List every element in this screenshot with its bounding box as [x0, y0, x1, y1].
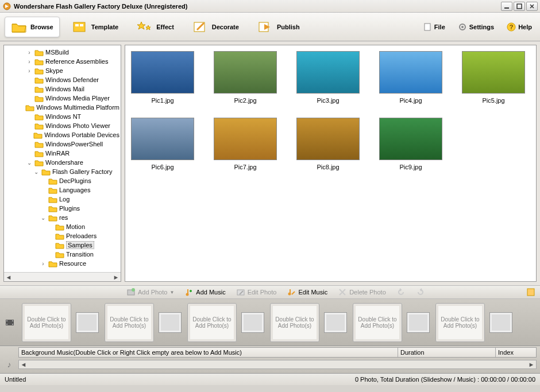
- folder-icon: [34, 76, 44, 84]
- gear-icon: [458, 22, 467, 32]
- scroll-left-icon[interactable]: ◄: [4, 274, 13, 281]
- help-menu[interactable]: ? Help: [503, 21, 535, 33]
- expand-button[interactable]: [526, 288, 535, 297]
- tree-node[interactable]: Windows Defender: [5, 75, 119, 84]
- tree-node[interactable]: ⌄Flash Gallery Factory: [5, 167, 119, 176]
- tree-node[interactable]: ›Resource: [5, 259, 119, 268]
- edit-photo-button[interactable]: Edit Photo: [236, 288, 277, 297]
- edit-music-button[interactable]: Edit Music: [287, 288, 327, 297]
- folder-icon: [34, 95, 44, 102]
- minimize-button[interactable]: [501, 2, 512, 11]
- timeline-slot[interactable]: Double Click to Add Photo(s): [105, 303, 154, 342]
- tree-node[interactable]: Log: [5, 195, 119, 204]
- effect-tab[interactable]: Effect: [130, 17, 180, 37]
- tree-node[interactable]: WinRAR: [5, 149, 119, 158]
- thumbnail[interactable]: Pic7.jpg: [214, 118, 277, 170]
- tree-node[interactable]: ›Reference Assemblies: [5, 57, 119, 66]
- chevron-right-icon[interactable]: ›: [26, 49, 33, 56]
- tree-node[interactable]: WindowsPowerShell: [5, 139, 119, 149]
- rotate-left-button[interactable]: [396, 288, 406, 297]
- scroll-right-icon[interactable]: ►: [527, 361, 536, 368]
- tree-node-label: Windows Photo Viewer: [45, 122, 110, 129]
- thumbnail-image: [214, 118, 277, 160]
- chevron-right-icon[interactable]: ›: [26, 59, 33, 65]
- file-icon: [423, 22, 432, 32]
- browse-tab[interactable]: Browse: [5, 17, 60, 37]
- template-icon: [72, 21, 88, 33]
- folder-tree-panel: ›MSBuild›Reference Assemblies›SkypeWindo…: [3, 45, 121, 282]
- timeline-slot[interactable]: Double Click to Add Photo(s): [270, 303, 319, 342]
- svg-rect-5: [80, 24, 83, 26]
- file-menu[interactable]: File: [419, 21, 449, 33]
- timeline-slot[interactable]: Double Click to Add Photo(s): [187, 303, 237, 342]
- transition-slot[interactable]: [76, 312, 99, 333]
- timeline-slot[interactable]: Double Click to Add Photo(s): [435, 303, 485, 342]
- scroll-left-icon[interactable]: ◄: [19, 361, 28, 368]
- music-hscroll[interactable]: ◄ ►: [18, 360, 537, 369]
- tree-node[interactable]: Samples: [5, 240, 119, 250]
- timeline-slot[interactable]: Double Click to Add Photo(s): [353, 303, 402, 342]
- thumbnail[interactable]: Pic9.jpg: [379, 118, 442, 170]
- tree-node[interactable]: Plugins: [5, 204, 119, 213]
- tree-node[interactable]: Windows Multimedia Platform: [5, 103, 119, 112]
- svg-rect-22: [6, 320, 7, 321]
- folder-icon: [25, 104, 34, 111]
- thumbnail[interactable]: Pic8.jpg: [296, 118, 360, 170]
- chevron-right-icon[interactable]: ›: [40, 261, 47, 267]
- thumbnail[interactable]: Pic4.jpg: [379, 51, 442, 104]
- add-photo-button[interactable]: Add Photo ▼: [126, 288, 174, 297]
- effect-label: Effect: [156, 24, 174, 30]
- rotate-right-icon: [416, 288, 425, 297]
- decorate-icon: [192, 21, 209, 33]
- tree-node-label: Motion: [66, 223, 85, 230]
- decorate-tab[interactable]: Decorate: [186, 17, 245, 37]
- folder-tree[interactable]: ›MSBuild›Reference Assemblies›SkypeWindo…: [4, 45, 121, 272]
- tree-node[interactable]: ›Skype: [5, 66, 119, 75]
- music-header: Background Music(Double Click or Right C…: [18, 347, 537, 358]
- settings-menu[interactable]: Settings: [454, 21, 497, 33]
- rotate-right-button[interactable]: [416, 288, 425, 297]
- publish-tab[interactable]: Publish: [251, 17, 306, 37]
- tree-node[interactable]: Transition: [5, 250, 119, 259]
- tree-node-label: Skype: [45, 67, 63, 74]
- template-tab[interactable]: Template: [65, 17, 125, 37]
- thumbnail[interactable]: Pic2.jpg: [214, 51, 277, 104]
- tree-node[interactable]: Windows Mail: [5, 84, 119, 94]
- transition-slot[interactable]: [241, 312, 264, 333]
- chevron-down-icon[interactable]: ⌄: [26, 160, 33, 166]
- chevron-down-icon[interactable]: ⌄: [40, 215, 47, 221]
- add-music-button[interactable]: Add Music: [184, 288, 225, 297]
- tree-node[interactable]: DecPlugins: [5, 176, 119, 185]
- transition-slot[interactable]: [489, 312, 512, 333]
- close-button[interactable]: [526, 2, 538, 11]
- tree-node[interactable]: ⌄res: [5, 213, 119, 222]
- tree-node[interactable]: ⌄Wondershare: [5, 158, 119, 167]
- timeline-slot[interactable]: Double Click to Add Photo(s): [22, 303, 71, 342]
- tree-node[interactable]: Windows Media Player: [5, 94, 119, 103]
- tree-node[interactable]: Motion: [5, 222, 119, 231]
- maximize-button[interactable]: [514, 2, 525, 11]
- thumbnail[interactable]: Pic6.jpg: [131, 118, 194, 170]
- dropdown-icon: ▼: [169, 290, 174, 295]
- thumbnail[interactable]: Pic5.jpg: [462, 51, 525, 104]
- chevron-right-icon[interactable]: ›: [26, 68, 33, 74]
- transition-slot[interactable]: [407, 312, 430, 333]
- scroll-right-icon[interactable]: ►: [111, 274, 121, 281]
- tree-node[interactable]: Preloaders: [5, 231, 119, 240]
- tree-node[interactable]: Windows Photo Viewer: [5, 121, 119, 130]
- tree-node-label: Plugins: [59, 205, 80, 212]
- delete-photo-button[interactable]: Delete Photo: [338, 288, 386, 297]
- thumbnail-image: [296, 51, 360, 94]
- folder-icon: [34, 141, 44, 148]
- chevron-down-icon[interactable]: ⌄: [33, 169, 40, 175]
- tree-hscroll[interactable]: ◄ ►: [4, 272, 121, 281]
- tree-node[interactable]: ›MSBuild: [5, 48, 119, 57]
- svg-point-16: [132, 288, 135, 292]
- tree-node[interactable]: Windows NT: [5, 112, 119, 121]
- transition-slot[interactable]: [159, 312, 182, 333]
- tree-node[interactable]: Windows Portable Devices: [5, 130, 119, 139]
- tree-node[interactable]: Languages: [5, 185, 119, 195]
- thumbnail[interactable]: Pic3.jpg: [296, 51, 360, 104]
- transition-slot[interactable]: [324, 312, 347, 333]
- thumbnail[interactable]: Pic1.jpg: [131, 51, 194, 104]
